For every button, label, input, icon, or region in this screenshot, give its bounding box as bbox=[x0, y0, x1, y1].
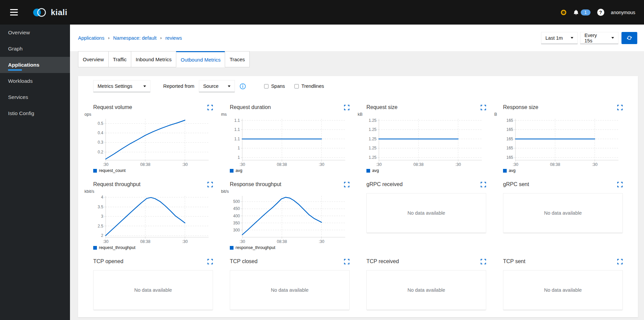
x-tick-label: :30 bbox=[319, 239, 324, 244]
chart-grpc-sent: gRPC sentNo data available bbox=[503, 180, 623, 250]
chart-legend[interactable]: request_throughput bbox=[93, 245, 213, 250]
expand-chart-button[interactable] bbox=[617, 259, 623, 264]
breadcrumb-applications[interactable]: Applications bbox=[78, 35, 104, 41]
user-menu[interactable]: anonymous bbox=[611, 10, 635, 15]
spans-checkbox[interactable]: Spans bbox=[264, 83, 285, 89]
chart-legend[interactable]: avg bbox=[503, 168, 623, 173]
no-data-message: No data available bbox=[93, 270, 213, 310]
trendlines-checkbox[interactable]: Trendlines bbox=[294, 83, 324, 89]
x-tick-label: :30 bbox=[103, 162, 109, 167]
caret-down-icon bbox=[143, 85, 146, 88]
expand-icon bbox=[207, 105, 213, 110]
expand-chart-button[interactable] bbox=[617, 105, 623, 110]
sidebar-item-services[interactable]: Services bbox=[0, 89, 70, 105]
y-tick-label: 165 bbox=[506, 127, 513, 132]
notification-badge: 1 bbox=[581, 9, 591, 15]
y-tick-label: 500 bbox=[233, 199, 240, 204]
y-tick-label: 1 bbox=[238, 146, 240, 150]
tab-overview[interactable]: Overview bbox=[78, 51, 109, 67]
expand-chart-button[interactable] bbox=[207, 259, 213, 264]
chart-legend[interactable]: response_throughput bbox=[230, 245, 350, 250]
chart-legend[interactable]: avg bbox=[366, 168, 486, 173]
breadcrumb-namespace[interactable]: Namespace: default bbox=[113, 35, 156, 41]
sidebar-item-applications[interactable]: Applications bbox=[0, 57, 70, 73]
y-tick-label: 3.5 bbox=[98, 205, 103, 209]
info-icon[interactable] bbox=[240, 83, 246, 90]
tab-outbound-metrics[interactable]: Outbound Metrics bbox=[176, 51, 225, 67]
y-tick-label: 1.1 bbox=[234, 137, 240, 141]
chart-tcp-sent: TCP sentNo data available bbox=[503, 257, 623, 310]
legend-swatch-icon bbox=[93, 169, 97, 173]
expand-icon bbox=[617, 105, 623, 110]
mesh-status-icon[interactable] bbox=[561, 10, 566, 15]
nav-toggle-button[interactable] bbox=[9, 8, 19, 17]
legend-swatch-icon bbox=[230, 169, 234, 173]
sidebar-item-workloads[interactable]: Workloads bbox=[0, 73, 70, 89]
breadcrumb-app-reviews[interactable]: reviews bbox=[166, 35, 182, 41]
chart-request-throughput: Request throughputkbit/s43.532.52:3008:3… bbox=[93, 180, 213, 250]
metrics-toolbar: Metrics Settings Reported from Source Sp… bbox=[78, 76, 638, 92]
chart-plot: 1.251.251.251.251.25:3008:38:30 bbox=[366, 118, 486, 167]
tab-traces[interactable]: Traces bbox=[225, 51, 249, 67]
y-tick-label: 0.3 bbox=[98, 140, 103, 145]
sidebar-item-graph[interactable]: Graph bbox=[0, 41, 70, 57]
tab-inbound-metrics[interactable]: Inbound Metrics bbox=[131, 51, 176, 67]
kiali-logo[interactable]: kiali bbox=[32, 7, 67, 17]
help-button[interactable]: ? bbox=[597, 9, 604, 16]
sidebar-item-overview[interactable]: Overview bbox=[0, 25, 70, 41]
expand-chart-button[interactable] bbox=[480, 105, 486, 110]
x-tick-label: :30 bbox=[319, 162, 324, 167]
y-axis-unit: ops bbox=[84, 112, 213, 117]
y-tick-label: 1.1 bbox=[234, 127, 240, 132]
reported-from-select[interactable]: Source bbox=[199, 80, 235, 92]
caret-down-icon bbox=[611, 37, 614, 40]
masthead: kiali 1 ? anonymous bbox=[0, 0, 644, 25]
y-tick-label: 1.25 bbox=[369, 127, 377, 132]
chevron-right-icon: › bbox=[108, 36, 109, 40]
expand-icon bbox=[617, 182, 623, 187]
chart-legend[interactable]: request_count bbox=[93, 168, 213, 173]
legend-swatch-icon bbox=[230, 246, 234, 250]
chart-legend[interactable]: avg bbox=[230, 168, 350, 173]
y-tick-label: 165 bbox=[506, 155, 513, 160]
expand-chart-button[interactable] bbox=[207, 182, 213, 187]
expand-chart-button[interactable] bbox=[617, 182, 623, 187]
sidebar-item-istio-config[interactable]: Istio Config bbox=[0, 105, 70, 121]
x-tick-label: :30 bbox=[182, 239, 188, 244]
notifications-button[interactable]: 1 bbox=[573, 9, 591, 15]
legend-label: avg bbox=[509, 168, 515, 173]
x-tick-label: 08:38 bbox=[550, 162, 560, 167]
expand-chart-button[interactable] bbox=[480, 182, 486, 187]
duration-select[interactable]: Last 1m bbox=[541, 32, 578, 44]
expand-chart-button[interactable] bbox=[344, 182, 350, 187]
expand-chart-button[interactable] bbox=[207, 105, 213, 110]
refresh-interval-select[interactable]: Every 15s bbox=[580, 32, 618, 44]
expand-icon bbox=[617, 259, 623, 264]
x-tick-label: 08:38 bbox=[414, 162, 424, 167]
breadcrumb-bar: Applications › Namespace: default › revi… bbox=[70, 25, 644, 51]
y-tick-label: 0.2 bbox=[98, 150, 103, 154]
y-tick-label: 165 bbox=[506, 137, 513, 141]
expand-chart-button[interactable] bbox=[344, 259, 350, 264]
no-data-message: No data available bbox=[503, 193, 623, 233]
chart-plot: 165165165165165:3008:38:30 bbox=[503, 118, 623, 167]
chart-tcp-opened: TCP openedNo data available bbox=[93, 257, 213, 310]
expand-chart-button[interactable] bbox=[480, 259, 486, 264]
chart-request-size: Request sizekB1.251.251.251.251.25:3008:… bbox=[366, 103, 486, 173]
x-tick-label: 08:38 bbox=[140, 239, 150, 244]
y-axis-unit: kB bbox=[358, 112, 486, 117]
expand-icon bbox=[344, 105, 350, 110]
expand-icon bbox=[480, 105, 486, 110]
refresh-button[interactable] bbox=[621, 32, 637, 44]
metrics-settings-select[interactable]: Metrics Settings bbox=[93, 80, 150, 92]
no-data-message: No data available bbox=[503, 270, 623, 310]
y-tick-label: 450 bbox=[233, 206, 240, 211]
expand-chart-button[interactable] bbox=[344, 105, 350, 110]
legend-label: response_throughput bbox=[236, 245, 275, 250]
tab-traffic[interactable]: Traffic bbox=[108, 51, 132, 67]
legend-label: request_count bbox=[99, 168, 126, 173]
x-tick-label: :30 bbox=[513, 162, 518, 167]
no-data-message: No data available bbox=[366, 193, 486, 233]
y-tick-label: 0.4 bbox=[98, 131, 103, 135]
reported-from-label: Reported from bbox=[163, 83, 194, 89]
